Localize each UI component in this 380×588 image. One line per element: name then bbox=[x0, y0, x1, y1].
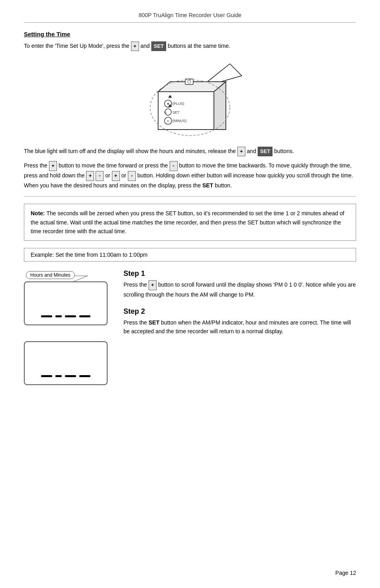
plus-btn-4: + bbox=[86, 171, 94, 181]
dash-1 bbox=[41, 315, 52, 317]
step1-heading: Step 1 bbox=[123, 269, 356, 278]
minus-btn-3: - bbox=[128, 171, 136, 181]
plus-btn-2: + bbox=[237, 147, 245, 157]
plus-btn-3: + bbox=[49, 161, 57, 171]
body-para2: Press the + button to move the time forw… bbox=[24, 161, 356, 190]
para1-and: and bbox=[247, 148, 258, 154]
display-panel-1 bbox=[24, 281, 108, 325]
steps-section: Hours and Minutes bbox=[24, 269, 356, 385]
dash-2 bbox=[55, 315, 62, 317]
para2-start: Press the bbox=[24, 162, 47, 169]
plus-button-inline: + bbox=[131, 41, 139, 51]
dash-6 bbox=[55, 375, 62, 377]
display-dashes-2 bbox=[41, 375, 90, 377]
intro-text-start: To enter the 'Time Set Up Mode', press t… bbox=[24, 43, 129, 49]
svg-text:⊙: ⊙ bbox=[164, 111, 167, 114]
display-panels: Hours and Minutes bbox=[24, 269, 112, 385]
intro-text-and: and bbox=[141, 43, 151, 49]
svg-line-1 bbox=[230, 64, 242, 76]
set-button-inline: SET bbox=[151, 41, 166, 51]
intro-text-end: buttons at the same time. bbox=[168, 43, 230, 49]
dash-8 bbox=[79, 375, 90, 377]
minus-btn-2: - bbox=[96, 171, 104, 181]
note-bold: Note: bbox=[31, 210, 45, 216]
page-number: Page 12 bbox=[335, 570, 356, 576]
dash-7 bbox=[65, 375, 76, 377]
svg-text:SET: SET bbox=[172, 110, 180, 114]
divider-1 bbox=[24, 196, 356, 197]
intro-paragraph: To enter the 'Time Set Up Mode', press t… bbox=[24, 41, 356, 51]
device-svg: + (PLUS) SET ⊙ − (MINUS) bbox=[126, 56, 254, 140]
step2-heading: Step 2 bbox=[123, 307, 356, 316]
plus-btn-5: + bbox=[112, 171, 120, 181]
plus-btn-step1: + bbox=[149, 280, 157, 290]
para2-mid3: or bbox=[105, 172, 110, 179]
example-text: Example: Set the time from 11:00am to 1:… bbox=[31, 252, 147, 258]
display-dashes-1 bbox=[41, 315, 90, 317]
display-panel-2-wrap bbox=[24, 341, 112, 385]
section-title: Setting the Time bbox=[24, 31, 356, 37]
steps-text: Step 1 Press the + button to scroll forw… bbox=[123, 269, 356, 385]
display-panel-1-wrap: Hours and Minutes bbox=[24, 281, 112, 325]
display-panel-2 bbox=[24, 341, 108, 385]
svg-text:(PLUS): (PLUS) bbox=[172, 102, 184, 106]
svg-text:(MINUS): (MINUS) bbox=[172, 119, 186, 123]
para1-start: The blue light will turn off and the dis… bbox=[24, 148, 236, 154]
step2-text: Press the SET button when the AM/PM indi… bbox=[123, 318, 356, 336]
note-text: The seconds will be zeroed when you pres… bbox=[31, 210, 344, 234]
dash-4 bbox=[79, 315, 90, 317]
para1-end: buttons. bbox=[274, 148, 294, 154]
para2-mid1: button to move the time forward or press… bbox=[59, 162, 168, 169]
set-btn-2: SET bbox=[258, 147, 272, 157]
dash-5 bbox=[41, 375, 52, 377]
svg-text:+: + bbox=[167, 102, 169, 106]
svg-text:−: − bbox=[167, 119, 169, 123]
set-bold: SET bbox=[202, 182, 213, 189]
step1-text: Press the + button to scroll forward unt… bbox=[123, 280, 356, 299]
dash-3 bbox=[65, 315, 76, 317]
note-box: Note: The seconds will be zeroed when yo… bbox=[24, 204, 356, 241]
body-para1: The blue light will turn off and the dis… bbox=[24, 147, 356, 157]
minus-btn-inline: - bbox=[170, 161, 178, 171]
set-bold-step2: SET bbox=[149, 319, 159, 326]
callout-label: Hours and Minutes bbox=[26, 271, 75, 279]
example-box: Example: Set the time from 11:00am to 1:… bbox=[24, 248, 356, 262]
device-diagram: + (PLUS) SET ⊙ − (MINUS) bbox=[24, 56, 356, 140]
page: 800P TruAlign Time Recorder User Guide S… bbox=[0, 0, 380, 588]
para2-final: button. bbox=[215, 182, 232, 189]
page-header: 800P TruAlign Time Recorder User Guide bbox=[24, 12, 356, 23]
header-title: 800P TruAlign Time Recorder User Guide bbox=[139, 12, 241, 18]
